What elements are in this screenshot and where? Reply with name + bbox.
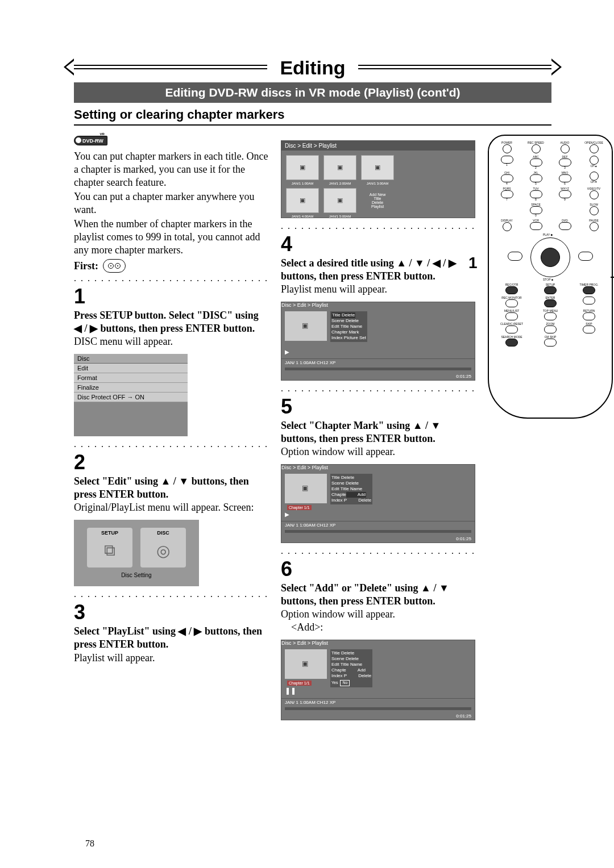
osd-chapter-option: Disc > Edit > Playlist ▣Chapter 1/1 ▶ Ti… [281,464,475,543]
step5-reg: Option window will appear. [281,445,475,458]
step3-bold: Select "PlayList" using ◀ / ▶ buttons, t… [74,625,268,651]
column-left: VR DVD-RW You can put chapter markers in… [74,135,268,726]
column-right: 1 POWER REC SPEED AUDIO OPEN/CLOSE 1 ABC… [488,135,613,726]
divider-dots: · · · · · · · · · · · · · · · · · · · · … [74,592,268,602]
osd-breadcrumb: Disc > Edit > Playlist [281,640,475,646]
disc-icon: ◎ [156,536,170,565]
step2-reg: Original/PlayList menu will appear. Scre… [74,501,268,514]
header-ribbon: Editing [74,57,551,79]
divider-dots: · · · · · · · · · · · · · · · · · · · · … [74,442,268,452]
osd-title-menu: Disc > Edit > Playlist ▣ ▶ Title Delete … [281,302,475,381]
osd-playlist-grid: Disc > Edit > Playlist ▣JAN/1 1:00AM ▣JA… [281,140,475,218]
playlist-thumb: ▣JAN/1 5:00AM [323,188,356,213]
divider-dots: · · · · · · · · · · · · · · · · · · · · … [74,276,268,286]
edit-menu: Title Delete Scene Delete Edit Title Nam… [330,649,372,687]
step2-bold: Select "Edit" using ▲ / ▼ buttons, then … [74,475,268,501]
playlist-thumb: ▣JAN/1 1:00AM [286,155,319,180]
divider-dots: · · · · · · · · · · · · · · · · · · · · … [281,386,475,397]
section-heading: Setting or clearing chapter markers [74,107,551,126]
intro-p2: You can put a chapter marker anywhere yo… [74,190,268,216]
disc-menu-item: Edit [74,364,188,373]
badge-main: DVD-RW [82,138,103,144]
playlist-thumb: ▣JAN/1 3:00AM [361,155,394,180]
step6-extra: <Add>: [281,621,475,634]
step3-reg: Playlist will appear. [74,652,268,665]
divider-dots: · · · · · · · · · · · · · · · · · · · · … [281,549,475,559]
osd-breadcrumb: Disc > Edit > Playlist [281,302,475,308]
first-label: First: [74,260,98,272]
subtitle-bar: Editing DVD-RW discs in VR mode (Playlis… [74,82,551,103]
dvd-rw-vr-badge: VR DVD-RW [74,136,107,145]
playlist-actions: Add New Title Delete Playlist [361,188,394,213]
step1-bold: Press SETUP button. Select "DISC" using … [74,309,268,335]
ribbon-arrow-left-icon [64,59,74,76]
page-number: 78 [85,838,94,849]
step-number-6: 6 [281,559,475,579]
step-number-4: 4 [281,234,475,254]
step4-bold: Select a desired title using ▲ / ▼ / ◀ /… [281,257,475,283]
disc-menu-item: Disc Protect OFF → ON [74,393,188,402]
disc-menu-item: Format [74,373,188,383]
step5-bold: Select "Chapter Mark" using ▲ / ▼ button… [281,419,475,445]
badge-superscript: VR [100,132,105,136]
preview-thumb: ▣ [285,311,327,341]
playlist-thumb: ▣JAN/1 4:00AM [286,188,319,213]
remote-illustration: POWER REC SPEED AUDIO OPEN/CLOSE 1 ABC2 … [488,135,613,419]
step1-reg: DISC menu will appear. [74,335,268,348]
setup-card-label: SETUP [101,530,118,536]
remote-callout-1: 1 [468,254,478,272]
ribbon-arrow-right-icon [551,59,562,76]
osd-breadcrumb: Disc > Edit > Playlist [281,465,475,470]
column-middle: Disc > Edit > Playlist ▣JAN/1 1:00AM ▣JA… [281,135,475,726]
disc-menu-item: Finalize [74,383,188,393]
step-number-3: 3 [74,602,268,623]
osd-setup-screen: SETUP ⧉ DISC ◎ Disc Setting [74,520,199,586]
preview-thumb: ▣Chapter 1/1 [285,649,327,679]
disc-card-label: DISC [157,530,169,536]
step-number-5: 5 [281,397,475,417]
disc-stop-icon [103,259,126,273]
osd-breadcrumb: Disc > Edit > Playlist [281,141,475,151]
setup-card: SETUP ⧉ [87,528,132,567]
playlist-thumb: ▣JAN/1 2:00AM [323,155,356,180]
setup-caption: Disc Setting [82,572,191,578]
disc-menu-header: Disc [74,354,188,364]
sliders-icon: ⧉ [104,536,115,565]
step-number-2: 2 [74,452,268,473]
osd-disc-menu: Disc Edit Format Finalize Disc Protect O… [74,354,188,436]
step-number-1: 1 [74,286,268,307]
remote-play-pad: PLAY ▶ STOP ■ [508,235,593,280]
preview-thumb: ▣Chapter 1/1 [285,474,327,503]
divider-dots: · · · · · · · · · · · · · · · · · · · · … [281,224,475,234]
osd-add-confirm: Disc > Edit > Playlist ▣Chapter 1/1 ❚❚ T… [281,640,475,720]
page-title: Editing [267,57,358,79]
edit-menu: Title Delete Scene Delete Edit Title Nam… [330,311,367,342]
step4-reg: Playlist menu will appear. [281,283,475,296]
edit-menu: Title Delete Scene Delete Edit Title Nam… [330,474,372,504]
disc-card: DISC ◎ [140,528,186,567]
step6-reg: Option window will appear. [281,608,475,621]
step6-bold: Select "Add" or "Delete" using ▲ / ▼ but… [281,582,475,608]
intro-p1: You can put chapter markers in each titl… [74,150,268,189]
intro-p3: When the number of chapter markers in th… [74,218,268,257]
first-row: First: [74,259,268,273]
